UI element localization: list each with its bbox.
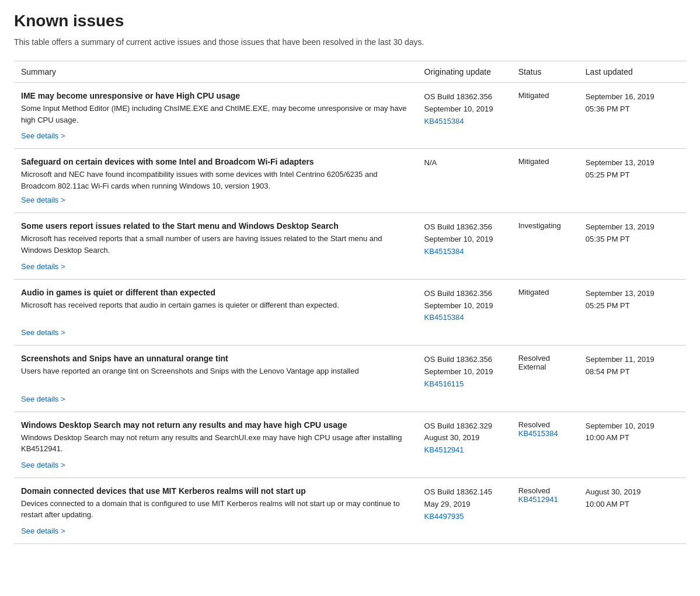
origin-date: September 10, 2019 xyxy=(424,104,493,113)
updated-time: 05:25 PM PT xyxy=(586,301,630,310)
see-details-link[interactable]: See details > xyxy=(21,262,65,271)
table-row-details: See details > xyxy=(14,393,686,412)
issue-updated-cell: September 11, 201908:54 PM PT xyxy=(579,346,686,393)
see-details-link[interactable]: See details > xyxy=(21,461,65,469)
table-row-details: See details > xyxy=(14,130,686,149)
updated-time: 10:00 AM PT xyxy=(586,433,629,442)
issue-summary-cell: Domain connected devices that use MIT Ke… xyxy=(14,478,417,525)
header-status: Status xyxy=(511,61,579,83)
updated-time: 05:35 PM PT xyxy=(586,235,630,243)
table-row-details: See details > xyxy=(14,260,686,280)
see-details-link[interactable]: See details > xyxy=(21,131,65,140)
origin-build: OS Build 18362.356 xyxy=(424,222,492,231)
origin-build: OS Build 18362.356 xyxy=(424,92,492,101)
status-kb-link[interactable]: KB4515384 xyxy=(518,429,558,438)
origin-kb-link[interactable]: KB4515384 xyxy=(424,117,464,126)
updated-date: September 16, 2019 xyxy=(586,92,654,101)
page-subtitle: This table offers a summary of current a… xyxy=(14,37,686,47)
issue-origin-cell: OS Build 18362.356September 10, 2019KB45… xyxy=(417,346,511,393)
issue-description: Microsoft has received reports that audi… xyxy=(21,299,410,311)
see-details-link[interactable]: See details > xyxy=(21,196,65,204)
issue-updated-cell: September 10, 201910:00 AM PT xyxy=(579,412,686,459)
issue-title: Safeguard on certain devices with some I… xyxy=(21,157,410,166)
issue-origin-cell: OS Build 18362.145May 29, 2019KB4497935 xyxy=(417,478,511,525)
see-details-link[interactable]: See details > xyxy=(21,328,65,337)
table-row-details: See details > xyxy=(14,194,686,213)
issue-origin-cell: OS Build 18362.356September 10, 2019KB45… xyxy=(417,83,511,130)
table-row: Windows Desktop Search may not return an… xyxy=(14,412,686,459)
issue-origin-cell: OS Build 18362.329August 30, 2019KB45129… xyxy=(417,412,511,459)
issue-updated-cell: August 30, 201910:00 AM PT xyxy=(579,478,686,525)
origin-kb-link[interactable]: KB4515384 xyxy=(424,313,464,322)
header-last-updated: Last updated xyxy=(579,61,686,83)
table-row: Some users report issues related to the … xyxy=(14,213,686,260)
issue-title: Audio in games is quiet or different tha… xyxy=(21,288,410,297)
see-details-cell: See details > xyxy=(14,260,686,280)
origin-build: OS Build 18362.356 xyxy=(424,355,492,364)
origin-date: September 10, 2019 xyxy=(424,367,493,376)
issue-status-cell: Investigating xyxy=(511,213,579,260)
updated-date: September 11, 2019 xyxy=(586,355,654,364)
see-details-cell: See details > xyxy=(14,130,686,149)
origin-build: OS Build 18362.145 xyxy=(424,487,492,496)
see-details-cell: See details > xyxy=(14,194,686,213)
issue-status-cell: Mitigated xyxy=(511,83,579,130)
origin-build: OS Build 18362.329 xyxy=(424,421,492,430)
table-row-details: See details > xyxy=(14,525,686,544)
issue-summary-cell: Windows Desktop Search may not return an… xyxy=(14,412,417,459)
issue-title: Screenshots and Snips have an unnatural … xyxy=(21,354,410,363)
table-row-details: See details > xyxy=(14,326,686,346)
table-row: IME may become unresponsive or have High… xyxy=(14,83,686,130)
issue-summary-cell: IME may become unresponsive or have High… xyxy=(14,83,417,130)
issue-title: Windows Desktop Search may not return an… xyxy=(21,420,410,430)
updated-date: September 13, 2019 xyxy=(586,222,654,231)
issue-description: Users have reported an orange tint on Sc… xyxy=(21,365,410,377)
status-kb-link[interactable]: KB4512941 xyxy=(518,495,558,504)
issue-description: Devices connected to a domain that is co… xyxy=(21,498,410,521)
header-originating: Originating update xyxy=(417,61,511,83)
origin-kb-link[interactable]: KB4497935 xyxy=(424,512,464,521)
table-row: Domain connected devices that use MIT Ke… xyxy=(14,478,686,525)
issue-origin-cell: OS Build 18362.356September 10, 2019KB45… xyxy=(417,279,511,326)
issue-title: IME may become unresponsive or have High… xyxy=(21,91,410,100)
issue-summary-cell: Safeguard on certain devices with some I… xyxy=(14,149,417,194)
see-details-link[interactable]: See details > xyxy=(21,395,65,403)
status-text: Investigating xyxy=(518,221,561,230)
updated-date: September 13, 2019 xyxy=(586,289,654,298)
updated-date: September 10, 2019 xyxy=(586,421,654,430)
origin-build: N/A xyxy=(424,158,437,167)
updated-date: September 13, 2019 xyxy=(586,158,654,167)
status-text: Mitigated xyxy=(518,157,549,166)
issue-status-cell: ResolvedExternal xyxy=(511,346,579,393)
origin-kb-link[interactable]: KB4516115 xyxy=(424,379,464,388)
status-external: External xyxy=(518,363,546,371)
origin-date: May 29, 2019 xyxy=(424,500,471,508)
issue-description: Microsoft has received reports that a sm… xyxy=(21,233,410,256)
table-row: Safeguard on certain devices with some I… xyxy=(14,149,686,194)
issue-updated-cell: September 13, 201905:25 PM PT xyxy=(579,279,686,326)
issue-description: Some Input Method Editor (IME) including… xyxy=(21,103,410,126)
origin-kb-link[interactable]: KB4512941 xyxy=(424,445,464,454)
issue-title: Domain connected devices that use MIT Ke… xyxy=(21,486,410,496)
issue-status-cell: Mitigated xyxy=(511,279,579,326)
status-text: Mitigated xyxy=(518,288,549,297)
status-resolved: Resolved xyxy=(518,354,550,363)
issue-summary-cell: Some users report issues related to the … xyxy=(14,213,417,260)
issue-origin-cell: N/A xyxy=(417,149,511,194)
issue-origin-cell: OS Build 18362.356September 10, 2019KB45… xyxy=(417,213,511,260)
issue-summary-cell: Audio in games is quiet or different tha… xyxy=(14,279,417,326)
updated-time: 10:00 AM PT xyxy=(586,500,629,508)
status-resolved: Resolved xyxy=(518,420,550,429)
issue-status-cell: ResolvedKB4515384 xyxy=(511,412,579,459)
see-details-cell: See details > xyxy=(14,393,686,412)
see-details-cell: See details > xyxy=(14,525,686,544)
issue-updated-cell: September 13, 201905:25 PM PT xyxy=(579,149,686,194)
issue-status-cell: ResolvedKB4512941 xyxy=(511,478,579,525)
issue-summary-cell: Screenshots and Snips have an unnatural … xyxy=(14,346,417,393)
origin-date: September 10, 2019 xyxy=(424,235,493,243)
table-row-details: See details > xyxy=(14,459,686,478)
see-details-cell: See details > xyxy=(14,459,686,478)
header-summary: Summary xyxy=(14,61,417,83)
see-details-link[interactable]: See details > xyxy=(21,527,65,535)
origin-kb-link[interactable]: KB4515384 xyxy=(424,247,464,256)
